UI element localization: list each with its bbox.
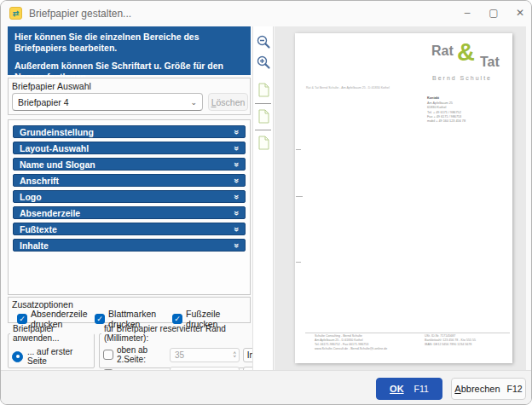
logo-ampersand: & [457,38,475,67]
sender-line: Rat & Tat Bernd Schulte - Am Apfelbaum 2… [306,86,390,90]
ok-button[interactable]: OK F11 [376,378,442,400]
selection-label: Briefpapier Auswahl [12,81,91,91]
apply-group: Briefpapier anwenden... ... auf erster S… [8,324,95,368]
page-icon-first[interactable] [255,81,272,98]
accordion-logo[interactable]: Logo » [13,190,246,203]
check-icon: ✓ [95,314,105,324]
accordion-layout-auswahl[interactable]: Layout-Auswahl » [13,142,246,154]
margin-group: für Briefpapier reservierter Rand (Milli… [99,324,266,368]
footer-left-block: Schulte Consulting - Bernd Schulte Am Ap… [315,334,387,351]
fold-mark [296,149,301,150]
contact-block: Kontakt Am Apfelbaum 25 61830 Kothel Tel… [427,96,466,124]
radio-selected-icon [12,351,23,362]
apply-group-label: Briefpapier anwenden... [10,324,94,343]
check-icon: ✓ [172,314,182,324]
info-banner: Hier können Sie die einzelnen Bereiche d… [8,26,251,75]
chevron-double-down-icon: » [232,211,240,216]
letterhead-logo: Rat & Tat Bernd Schulte [431,43,510,88]
divider [255,103,271,104]
radio-erste-seite[interactable]: ... auf erster Seite [12,347,94,366]
spinner-down-icon[interactable]: ˅ [233,355,236,358]
maximize-icon[interactable]: ▢ [481,1,506,25]
logo-rat: Rat [431,43,454,59]
zoom-in-icon[interactable] [255,54,272,71]
page-icon-third[interactable] [255,134,272,151]
close-icon[interactable]: ✕ [507,1,532,25]
selection-group: Briefpapier Auswahl Briefpapier 4 ⌄ Lösc… [8,78,251,115]
zoom-out-icon[interactable] [255,33,272,50]
logo-name: Bernd Schulte [432,75,492,81]
checkbox-unchecked-icon [103,350,113,360]
titlebar: ⇄ Briefpapier gestalten... – ▢ ✕ [1,1,531,26]
chevron-double-down-icon: » [232,243,240,248]
check-icon: ✓ [17,314,27,324]
fold-mark [296,196,303,197]
window-title: Briefpapier gestalten... [29,8,131,20]
divider [255,130,271,130]
logo-tat: Tat [480,55,500,70]
delete-button[interactable]: Löschen [208,93,248,111]
accordion-inhalte[interactable]: Inhalte » [13,239,246,252]
chevron-double-down-icon: » [232,146,240,151]
briefpapier-select-value: Briefpapier 4 [18,97,69,107]
margin-group-label: für Briefpapier reservierter Rand (Milli… [101,324,265,343]
chevron-double-down-icon: » [232,178,240,183]
chevron-double-down-icon: » [232,130,240,135]
footer-right-block: USt. ID-Nr. 717145687 Bankleitzahl: 123 … [425,334,476,347]
fold-mark [296,262,301,263]
zusatzoptionen-group: Zusatzoptionen ✓ Absenderzeile drucken ✓… [8,297,251,323]
margin-top-input[interactable]: 35 ˄ ˅ [170,348,240,362]
minimize-icon[interactable]: – [454,1,480,25]
preview-area: Rat & Tat Bernd Schulte Rat & Tat Bernd … [275,26,526,370]
app-icon: ⇄ [9,7,22,20]
bottom-bar: OK F11 Abbrechen F12 [1,370,531,405]
chevron-double-down-icon: » [232,162,240,167]
footer-rule [305,333,510,333]
briefpapier-select[interactable]: Briefpapier 4 ⌄ [12,93,203,111]
info-line-1: Hier können Sie die einzelnen Bereiche d… [14,32,244,53]
chevron-double-down-icon: » [232,194,240,200]
briefpapier-dialog: ⇄ Briefpapier gestalten... – ▢ ✕ Hier kö… [0,0,532,405]
accordion-fusstexte[interactable]: Fußtexte » [13,223,246,235]
accordion-grundeinstellung[interactable]: Grundeinstellung » [13,125,246,138]
letterhead-page: Rat & Tat Bernd Schulte Rat & Tat Bernd … [295,33,512,363]
accordion-name-und-slogan[interactable]: Name und Slogan » [13,158,246,171]
accordion-anschrift[interactable]: Anschrift » [13,174,246,187]
cancel-button[interactable]: Abbrechen F12 [451,378,526,400]
accordion-absenderzeile[interactable]: Absenderzeile » [13,206,246,219]
chevron-down-icon: ⌄ [190,98,197,107]
preview-toolbar [252,26,274,370]
page-icon-second[interactable] [255,107,272,124]
checkbox-oben-ab-2-seite[interactable]: oben ab 2.Seite: [103,345,167,364]
chevron-double-down-icon: » [232,227,240,232]
accordion-container: Grundeinstellung » Layout-Auswahl » Name… [8,119,251,295]
